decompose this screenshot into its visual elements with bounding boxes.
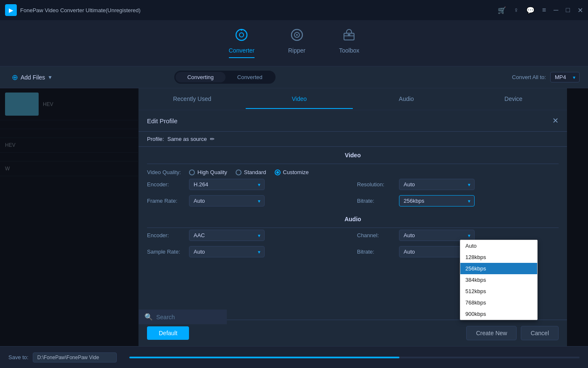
profile-value: Same as source [167, 136, 207, 142]
bitrate-option-900[interactable]: 900kbps [460, 308, 537, 320]
bitrate-option-512[interactable]: 512kbps [460, 286, 537, 297]
audio-section-header: Audio [139, 211, 567, 226]
bitrate-dropdown: Auto 128kbps 256kbps 384kbps 512kbps 768… [460, 240, 538, 320]
save-to-label: Save to: [8, 354, 29, 360]
converting-tabs: Converting Converted [174, 71, 276, 84]
radio-circle-customize [275, 169, 281, 175]
converter-icon [235, 28, 248, 45]
tab-device[interactable]: Device [460, 90, 567, 109]
minimize-icon[interactable]: ─ [554, 6, 558, 14]
svg-rect-8 [348, 34, 350, 36]
app-icon [5, 4, 17, 16]
bitrate-option-128[interactable]: 128kbps [460, 252, 537, 263]
frame-rate-select-wrap: Auto 24fps 30fps 60fps [189, 195, 265, 207]
sample-rate-row: Sample Rate: Auto 44100 Hz 48000 Hz [147, 246, 349, 257]
bitrate-option-384[interactable]: 384kbps [460, 274, 537, 286]
close-icon[interactable]: ✕ [578, 6, 583, 14]
add-plus-icon: ⊕ [12, 73, 18, 82]
svg-point-5 [296, 34, 298, 36]
tab-converter[interactable]: Converter [229, 28, 255, 58]
encoder-row: Encoder: H.264 H.265 MPEG-4 [147, 179, 349, 190]
tab-toolbox-label: Toolbox [339, 47, 359, 54]
audio-divider [147, 228, 559, 228]
video-form-grid: Encoder: H.264 H.265 MPEG-4 Resolution: … [139, 179, 567, 211]
nav-tabs: Converter Ripper Toolbox [0, 20, 588, 66]
resolution-select[interactable]: Auto 1080p 720p [399, 179, 475, 190]
channel-select-wrap: Auto Stereo Mono [399, 230, 475, 241]
create-new-button[interactable]: Create New [466, 326, 517, 340]
add-files-label: Add Files [21, 74, 45, 81]
radio-customize[interactable]: Customize [275, 169, 309, 175]
chat-icon[interactable]: 💬 [526, 6, 535, 14]
svg-point-2 [241, 29, 242, 31]
cart-icon[interactable]: 🛒 [498, 6, 506, 14]
radio-high-quality[interactable]: High Quality [189, 169, 227, 175]
radio-circle-standard [236, 169, 242, 175]
bitrate-option-256[interactable]: 256kbps [460, 263, 537, 274]
toolbox-icon [342, 28, 356, 45]
tab-converter-label: Converter [229, 47, 255, 54]
add-files-button[interactable]: ⊕ Add Files ▼ [8, 71, 56, 84]
encoder-label: Encoder: [147, 181, 185, 188]
video-section-header: Video [139, 147, 567, 162]
audio-bitrate-label: Bitrate: [357, 249, 395, 255]
cancel-button[interactable]: Cancel [521, 326, 559, 340]
resolution-label: Resolution: [357, 181, 395, 188]
svg-point-0 [236, 29, 247, 40]
frame-rate-label: Frame Rate: [147, 198, 185, 204]
tab-ripper[interactable]: Ripper [288, 28, 305, 58]
toolbar: ⊕ Add Files ▼ Converting Converted Conve… [0, 66, 588, 88]
bitrate-option-auto[interactable]: Auto [460, 240, 537, 252]
radio-circle-high [189, 169, 195, 175]
sample-rate-select-wrap: Auto 44100 Hz 48000 Hz [189, 246, 265, 257]
channel-select[interactable]: Auto Stereo Mono [399, 230, 475, 241]
tab-ripper-label: Ripper [288, 47, 305, 54]
titlebar-controls: 🛒 ♀ 💬 ≡ ─ □ ✕ [498, 6, 583, 14]
user-icon[interactable]: ♀ [514, 6, 519, 14]
title-bar: FonePaw Video Converter Ultimate(Unregis… [0, 0, 588, 20]
bitrate-select[interactable]: Auto 128kbps 256kbps 384kbps 512kbps 768… [399, 195, 475, 207]
sample-rate-select[interactable]: Auto 44100 Hz 48000 Hz [189, 246, 265, 257]
frame-rate-row: Frame Rate: Auto 24fps 30fps 60fps [147, 195, 349, 207]
modal-title: Edit Profile [147, 117, 178, 124]
ripper-icon [290, 28, 304, 45]
audio-encoder-row: Encoder: AAC MP3 AC3 [147, 230, 349, 241]
default-button[interactable]: Default [147, 326, 189, 340]
profile-row: Profile: Same as source ✏ [139, 132, 567, 147]
radio-label-standard: Standard [244, 169, 266, 175]
edit-profile-icon[interactable]: ✏ [210, 136, 215, 142]
channel-label: Channel: [357, 232, 395, 238]
tab-video[interactable]: Video [246, 90, 353, 109]
bitrate-select-wrap: Auto 128kbps 256kbps 384kbps 512kbps 768… [399, 195, 475, 207]
tab-recently-used[interactable]: Recently Used [139, 90, 246, 109]
audio-encoder-select[interactable]: AAC MP3 AC3 [189, 230, 265, 241]
search-box: 🔍 [139, 310, 227, 324]
bottom-bar: Save to: D:\FonePaw\FonePaw Vide [0, 346, 588, 368]
profile-label: Profile: [147, 136, 164, 142]
converted-tab[interactable]: Converted [226, 72, 274, 82]
radio-standard[interactable]: Standard [236, 169, 266, 175]
save-path: D:\FonePaw\FonePaw Vide [33, 352, 117, 363]
bitrate-row: Bitrate: Auto 128kbps 256kbps 384kbps 51… [357, 195, 559, 207]
modal-close-button[interactable]: ✕ [552, 116, 559, 125]
search-input[interactable] [156, 314, 221, 320]
video-quality-radio-group: High Quality Standard Customize [189, 169, 559, 175]
modal-header: Edit Profile ✕ [139, 110, 567, 132]
sample-rate-label: Sample Rate: [147, 249, 185, 255]
menu-icon[interactable]: ≡ [542, 6, 546, 14]
frame-rate-select[interactable]: Auto 24fps 30fps 60fps [189, 195, 265, 207]
maximize-icon[interactable]: □ [566, 6, 570, 14]
tab-audio[interactable]: Audio [353, 90, 460, 109]
radio-label-high: High Quality [197, 169, 227, 175]
tab-toolbox[interactable]: Toolbox [339, 28, 359, 58]
encoder-select-wrap: H.264 H.265 MPEG-4 [189, 179, 265, 190]
format-select[interactable]: MP4 AVI MKV MOV [550, 72, 580, 82]
add-files-arrow-icon: ▼ [47, 74, 52, 80]
converting-tab[interactable]: Converting [176, 72, 226, 82]
main-content: HEV HEV W ⚙ [0, 88, 588, 346]
bitrate-option-768[interactable]: 768kbps [460, 297, 537, 308]
convert-all-label: Convert All to: [512, 74, 546, 80]
encoder-select[interactable]: H.264 H.265 MPEG-4 [189, 179, 265, 190]
footer-btn-group: Create New Cancel [466, 326, 559, 340]
bitrate-label: Bitrate: [357, 198, 395, 204]
